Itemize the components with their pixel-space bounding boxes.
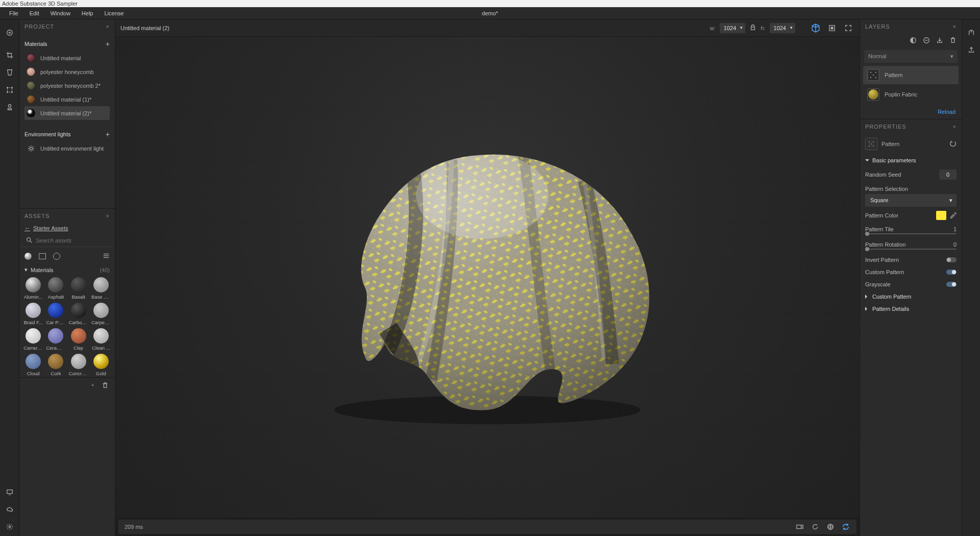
grayscale-toggle[interactable] bbox=[946, 282, 957, 287]
assets-title: ASSETS bbox=[24, 213, 50, 219]
svg-point-28 bbox=[416, 152, 549, 239]
asset-sphere-icon bbox=[48, 328, 63, 344]
menu-help[interactable]: Help bbox=[77, 8, 99, 18]
close-icon[interactable]: × bbox=[953, 23, 957, 30]
asset-sphere-icon bbox=[93, 354, 109, 369]
delete-layer-icon[interactable] bbox=[949, 37, 957, 45]
asset-item[interactable]: Clean ... bbox=[91, 328, 111, 351]
mask-icon[interactable] bbox=[910, 37, 917, 45]
menu-edit[interactable]: Edit bbox=[24, 8, 44, 18]
asset-item[interactable]: Basalt bbox=[69, 277, 88, 300]
add-icon[interactable] bbox=[6, 29, 14, 37]
custom-pattern-toggle[interactable] bbox=[946, 270, 957, 275]
random-seed-input[interactable]: 0 bbox=[939, 169, 957, 180]
menu-file[interactable]: File bbox=[4, 8, 23, 18]
pattern-selection-select[interactable]: Square ▾ bbox=[865, 194, 957, 207]
asset-item[interactable]: Clay bbox=[69, 328, 88, 351]
perspective-icon[interactable] bbox=[6, 68, 14, 77]
pattern-rotation-label: Pattern Rotation bbox=[865, 241, 906, 248]
reset-icon[interactable] bbox=[949, 140, 957, 148]
export-layer-icon[interactable] bbox=[936, 37, 943, 45]
asset-item[interactable]: Carrara... bbox=[23, 328, 43, 351]
share-icon[interactable] bbox=[967, 46, 975, 54]
material-item[interactable]: Untitled material bbox=[24, 51, 110, 65]
color-picker-icon[interactable] bbox=[949, 211, 957, 220]
material-item[interactable]: polyester honeycomb 2* bbox=[24, 79, 110, 92]
pattern-tile-value: 1 bbox=[953, 226, 957, 232]
stamp-icon[interactable] bbox=[6, 103, 14, 111]
reload-button[interactable]: Reload bbox=[860, 105, 962, 119]
viewport-3d[interactable] bbox=[115, 37, 860, 518]
asset-item[interactable]: Carbon ... bbox=[69, 303, 88, 325]
lock-icon[interactable] bbox=[749, 24, 756, 32]
pattern-tile-slider[interactable] bbox=[860, 233, 962, 238]
material-item[interactable]: polyester honeycomb bbox=[24, 65, 110, 79]
globe-icon[interactable] bbox=[826, 522, 835, 531]
refresh-icon[interactable] bbox=[841, 522, 850, 531]
section-basic-parameters[interactable]: Basic parameters bbox=[860, 154, 962, 166]
layer-item[interactable]: Pattern bbox=[863, 66, 959, 84]
cloud-icon[interactable] bbox=[6, 505, 14, 514]
asset-item[interactable]: Concrete bbox=[69, 354, 88, 376]
asset-item[interactable]: Base M... bbox=[91, 277, 111, 300]
add-env-button[interactable]: + bbox=[106, 130, 110, 138]
asset-item[interactable]: Car Paint bbox=[46, 303, 65, 325]
material-sphere-icon bbox=[27, 67, 35, 76]
properties-selected-name: Pattern bbox=[881, 141, 899, 147]
fullscreen-button[interactable] bbox=[842, 22, 854, 34]
asset-item[interactable]: Gold bbox=[91, 354, 111, 376]
list-view-icon[interactable] bbox=[103, 252, 110, 260]
asset-item[interactable]: Cerami... bbox=[46, 328, 65, 351]
chevron-down-icon: ▾ bbox=[950, 53, 953, 60]
width-select[interactable]: 1024 bbox=[720, 23, 745, 33]
pattern-rotation-slider[interactable] bbox=[860, 249, 962, 254]
view-2d-button[interactable] bbox=[826, 22, 838, 34]
section-custom-pattern[interactable]: Custom Pattern bbox=[860, 290, 962, 303]
delete-asset-button[interactable] bbox=[102, 382, 109, 390]
blend-mode-select[interactable]: Normal ▾ bbox=[864, 50, 958, 63]
filter-image-icon[interactable] bbox=[39, 253, 46, 259]
close-icon[interactable]: × bbox=[106, 23, 110, 30]
asset-category-header[interactable]: ▾ Materials (40) bbox=[19, 264, 115, 276]
menu-license[interactable]: License bbox=[99, 8, 129, 18]
send-to-icon[interactable] bbox=[967, 29, 975, 37]
assets-back[interactable]: ← Starter Assets bbox=[19, 223, 115, 234]
material-sphere-icon bbox=[27, 81, 35, 90]
material-item[interactable]: Untitled material (1)* bbox=[24, 92, 110, 106]
asset-item[interactable]: Alumin... bbox=[23, 277, 43, 300]
pattern-icon bbox=[865, 138, 877, 150]
search-input[interactable] bbox=[36, 237, 109, 243]
filter-material-icon[interactable] bbox=[24, 253, 32, 260]
close-icon[interactable]: × bbox=[953, 124, 957, 130]
env-light-item[interactable]: Untitled environment light bbox=[24, 141, 110, 155]
layer-item[interactable]: Poplin Fabric bbox=[863, 85, 959, 104]
material-item[interactable]: Untitled material (2)* bbox=[24, 106, 110, 120]
asset-item[interactable]: Cork bbox=[46, 354, 65, 376]
menu-window[interactable]: Window bbox=[45, 8, 76, 18]
adjustment-icon[interactable] bbox=[923, 37, 930, 45]
asset-item[interactable]: Cloud bbox=[23, 354, 43, 376]
asset-sphere-icon bbox=[71, 354, 86, 369]
pattern-color-swatch[interactable] bbox=[936, 211, 946, 220]
asset-item[interactable]: Braid F... bbox=[23, 303, 43, 325]
svg-rect-20 bbox=[830, 27, 833, 29]
gear-icon[interactable] bbox=[6, 523, 14, 531]
close-icon[interactable]: × bbox=[106, 213, 110, 219]
asset-item[interactable]: Carpet ... bbox=[91, 303, 111, 325]
add-asset-button[interactable]: + bbox=[91, 382, 94, 390]
height-select[interactable]: 1024 bbox=[770, 23, 795, 33]
invert-pattern-toggle[interactable] bbox=[946, 257, 957, 262]
crop-icon[interactable] bbox=[6, 51, 14, 59]
asset-label: Clay bbox=[74, 345, 83, 351]
add-material-button[interactable]: + bbox=[106, 40, 110, 48]
bounds-icon[interactable] bbox=[6, 86, 14, 94]
asset-label: Cerami... bbox=[46, 345, 65, 351]
screen-icon[interactable] bbox=[6, 488, 14, 496]
camera-icon[interactable] bbox=[795, 522, 804, 531]
section-pattern-details[interactable]: Pattern Details bbox=[860, 303, 962, 315]
filter-layer-icon[interactable] bbox=[53, 253, 60, 260]
view-3d-button[interactable] bbox=[810, 22, 822, 34]
rotate-icon[interactable] bbox=[811, 522, 820, 531]
svg-point-45 bbox=[869, 145, 870, 147]
asset-item[interactable]: Asphalt bbox=[46, 277, 65, 300]
